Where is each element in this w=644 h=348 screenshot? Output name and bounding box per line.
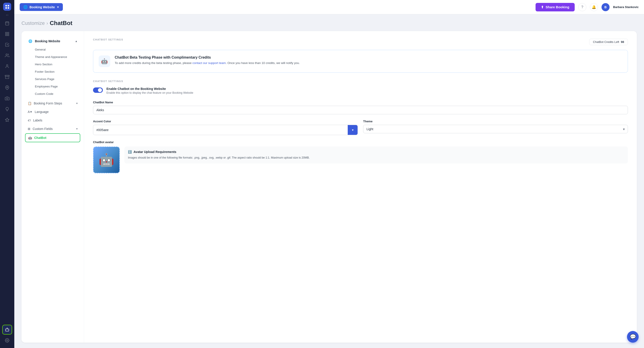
svg-rect-6 bbox=[6, 34, 7, 36]
topbar-left: 🌐 Booking Website ▼ bbox=[20, 3, 63, 11]
avatar-section-title: ChatBot avatar bbox=[93, 140, 628, 144]
nav-custom-code[interactable]: Custom Code bbox=[32, 90, 80, 98]
chatbot-name-input[interactable] bbox=[93, 106, 628, 114]
svg-rect-5 bbox=[8, 32, 9, 34]
svg-point-8 bbox=[6, 54, 8, 56]
sidebar-item-location[interactable] bbox=[2, 83, 12, 92]
sidebar-item-contacts[interactable] bbox=[2, 61, 12, 71]
sidebar-item-chatbot[interactable] bbox=[2, 325, 12, 334]
svg-rect-0 bbox=[6, 22, 9, 25]
nav-chatbot[interactable]: 🤖 ChatBot bbox=[25, 133, 80, 142]
sidebar-item-tasks[interactable] bbox=[2, 40, 12, 50]
svg-rect-15 bbox=[6, 329, 9, 331]
sidebar-item-settings[interactable] bbox=[2, 336, 12, 345]
user-avatar[interactable]: B bbox=[602, 3, 610, 11]
help-button[interactable]: ? bbox=[578, 3, 586, 11]
nav-general[interactable]: General bbox=[32, 46, 80, 53]
color-picker-button[interactable]: ▾ bbox=[348, 125, 358, 135]
info-box-content: ChatBot Beta Testing Phase with Complime… bbox=[115, 56, 300, 65]
booking-website-button[interactable]: 🌐 Booking Website ▼ bbox=[20, 3, 63, 11]
info-box-body: To add more credits during the beta test… bbox=[115, 61, 300, 65]
chevron-down-icon: ▾ bbox=[76, 102, 78, 105]
color-theme-row: Accent Color ▾ Theme Light Dark Aut bbox=[93, 120, 628, 135]
sidebar-item-dashboard[interactable] bbox=[2, 29, 12, 39]
breadcrumb-parent[interactable]: Customize bbox=[22, 20, 45, 26]
credits-value: 98 bbox=[621, 40, 624, 44]
user-name: Barbara Stankovic bbox=[613, 5, 639, 9]
theme-select[interactable]: Light Dark Auto bbox=[363, 125, 628, 133]
svg-marker-14 bbox=[5, 118, 9, 122]
toggle-label: Enable Chatbot on the Booking Website En… bbox=[106, 87, 193, 94]
booking-website-nav-label: Booking Website bbox=[35, 39, 60, 43]
accent-color-label: Accent Color bbox=[93, 120, 358, 123]
avatar-requirements-header: ℹ️ Avatar Upload Requirements bbox=[128, 150, 624, 154]
avatar-preview[interactable]: 🤖 bbox=[93, 146, 120, 173]
sidebar: ‹ › bbox=[0, 0, 14, 348]
chatbot-label: ChatBot bbox=[34, 136, 46, 140]
share-booking-label: Share Booking bbox=[546, 5, 569, 9]
svg-rect-4 bbox=[6, 32, 7, 34]
nav-booking-form-steps[interactable]: 📋 Booking Form Steps ▾ bbox=[25, 99, 80, 107]
chatbot-nav-icon: 🤖 bbox=[28, 136, 32, 140]
sidebar-item-calendar[interactable] bbox=[2, 18, 12, 28]
logo-dots bbox=[5, 5, 9, 9]
nav-services-page[interactable]: Services Page bbox=[32, 75, 80, 83]
booking-website-sub-items: General Theme and Appearance Hero Sectio… bbox=[25, 46, 80, 98]
svg-point-9 bbox=[6, 65, 8, 66]
enable-chatbot-toggle[interactable] bbox=[93, 88, 103, 93]
booking-website-label: Booking Website bbox=[30, 5, 55, 9]
breadcrumb: Customize › ChatBot bbox=[22, 20, 637, 26]
chatbot-settings-title2: CHATBOT SETTINGS bbox=[93, 80, 628, 82]
chat-fab-button[interactable]: 💬 bbox=[627, 331, 639, 343]
nav-employees-page[interactable]: Employees Page bbox=[32, 83, 80, 90]
info-box: 🤖 ChatBot Beta Testing Phase with Compli… bbox=[93, 50, 628, 73]
accent-color-input[interactable] bbox=[93, 126, 348, 134]
nav-hero-section[interactable]: Hero Section bbox=[32, 60, 80, 68]
svg-point-12 bbox=[7, 87, 8, 88]
nav-footer-section[interactable]: Footer Section bbox=[32, 68, 80, 75]
share-booking-button[interactable]: ⬆ Share Booking bbox=[536, 3, 575, 12]
credits-badge: ChatBot Credits Left 98 bbox=[589, 39, 628, 45]
chatbot-name-group: ChatBot Name bbox=[93, 101, 628, 114]
nav-back-arrow[interactable]: ‹ bbox=[6, 14, 7, 16]
custom-fields-label: Custom Fields bbox=[33, 127, 52, 130]
nav-language[interactable]: A✦ Language bbox=[25, 108, 80, 116]
sidebar-item-favorites[interactable] bbox=[2, 115, 12, 125]
info-box-body-after: . Once you have less than 10 credits, we… bbox=[226, 61, 300, 65]
right-content: CHATBOT SETTINGS ChatBot Credits Left 98… bbox=[84, 31, 637, 343]
nav-labels[interactable]: 🏷 Labels bbox=[25, 116, 80, 124]
theme-label: Theme bbox=[363, 120, 628, 123]
nav-forward-arrow[interactable]: › bbox=[8, 14, 8, 16]
logo[interactable] bbox=[3, 3, 11, 11]
sidebar-item-team[interactable] bbox=[2, 50, 12, 60]
nav-custom-fields[interactable]: ⊞ Custom Fields ▾ bbox=[25, 125, 80, 133]
nav-arrows: ‹ › bbox=[6, 14, 8, 16]
language-label: Language bbox=[35, 110, 48, 114]
notifications-button[interactable]: 🔔 bbox=[590, 3, 598, 11]
svg-rect-10 bbox=[5, 75, 9, 76]
avatar-requirements-text: Images should be in one of the following… bbox=[128, 156, 624, 160]
sidebar-item-inbox[interactable] bbox=[2, 72, 12, 82]
globe-icon: 🌐 bbox=[23, 5, 28, 9]
toggle-title: Enable Chatbot on the Booking Website bbox=[106, 87, 193, 90]
share-icon: ⬆ bbox=[541, 5, 544, 9]
support-team-link[interactable]: contact our support team bbox=[192, 61, 226, 65]
sidebar-item-camera[interactable] bbox=[2, 94, 12, 103]
info-box-body-before: To add more credits during the beta test… bbox=[115, 61, 192, 65]
nav-section-booking-website: 🌐 Booking Website ▲ General Theme and Ap… bbox=[22, 36, 84, 98]
main-wrapper: 🌐 Booking Website ▼ ⬆ Share Booking ? 🔔 … bbox=[14, 0, 644, 348]
svg-point-13 bbox=[6, 98, 8, 100]
toggle-description: Enable this option to display the chat f… bbox=[106, 91, 193, 94]
accent-color-group: Accent Color ▾ bbox=[93, 120, 358, 135]
booking-website-nav-header[interactable]: 🌐 Booking Website ▲ bbox=[25, 36, 80, 46]
topbar-right: ⬆ Share Booking ? 🔔 B Barbara Stankovic bbox=[536, 3, 639, 12]
sidebar-item-ideas[interactable] bbox=[2, 104, 12, 114]
toggle-slider bbox=[93, 88, 103, 93]
color-input-wrapper: ▾ bbox=[93, 125, 358, 135]
avatar-requirements-box: ℹ️ Avatar Upload Requirements Images sho… bbox=[124, 146, 628, 164]
nav-theme-appearance[interactable]: Theme and Appearance bbox=[32, 53, 80, 60]
labels-icon: 🏷 bbox=[28, 118, 31, 122]
bell-icon: 🔔 bbox=[592, 5, 596, 9]
chevron-down-icon: ▾ bbox=[76, 127, 78, 130]
avatar-requirements-title: Avatar Upload Requirements bbox=[134, 150, 176, 154]
